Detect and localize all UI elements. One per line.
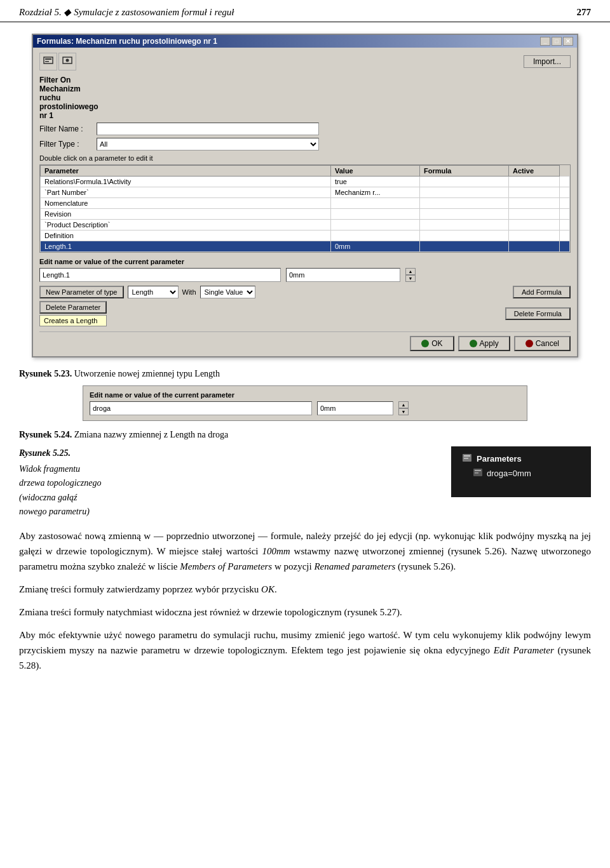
table-row[interactable]: `Product Description` xyxy=(41,220,570,230)
cell-active xyxy=(509,177,560,187)
table-row[interactable]: Definition xyxy=(41,230,570,241)
cell-formula xyxy=(420,198,509,209)
table-row[interactable]: `Part Number` Mechanizm r... xyxy=(41,187,570,198)
parameter-table: Parameter Value Formula Active Relations… xyxy=(40,165,570,252)
filter-name-input[interactable] xyxy=(97,123,319,135)
formulas-dialog: Formulas: Mechanizm ruchu prostolinioweg… xyxy=(32,34,578,357)
parameter-table-container: Parameter Value Formula Active Relations… xyxy=(39,164,571,253)
delete-param-area: Delete Parameter Creates a Length Delete… xyxy=(39,301,571,326)
edit-name-input[interactable] xyxy=(39,268,281,282)
svg-point-4 xyxy=(66,59,69,62)
svg-rect-9 xyxy=(475,470,481,471)
inline-edit-name-input[interactable] xyxy=(90,401,312,415)
filter-on-label: Filter On Mechanizm ruchu prostolinioweg… xyxy=(39,76,97,120)
minimize-button[interactable]: _ xyxy=(540,37,550,46)
value-spinner: ▲ ▼ xyxy=(405,268,416,282)
cell-value-selected: 0mm xyxy=(331,241,420,252)
inline-edit-row: ▲ ▼ xyxy=(90,401,520,415)
spinner-down[interactable]: ▼ xyxy=(405,275,416,282)
add-formula-button[interactable]: Add Formula xyxy=(513,286,571,298)
svg-rect-2 xyxy=(45,61,49,62)
cell-parameter: Revision xyxy=(41,209,331,220)
table-row[interactable]: Revision xyxy=(41,209,570,220)
cell-active xyxy=(509,187,560,198)
cell-active xyxy=(509,209,560,220)
tree-root: Parameters xyxy=(461,453,581,464)
edit-value-input[interactable] xyxy=(286,268,400,282)
delete-parameter-button[interactable]: Delete Parameter xyxy=(39,301,107,314)
cell-value xyxy=(331,230,420,241)
cell-value xyxy=(331,220,420,230)
ok-button[interactable]: OK xyxy=(410,336,454,351)
tree-subitem-label: droga=0mm xyxy=(487,469,531,478)
table-row[interactable]: Relations\Formula.1\Activity true xyxy=(41,177,570,187)
import-button[interactable]: Import... xyxy=(524,55,571,68)
figure-524-caption: Rysunek 5.24. Zmiana nazwy zmiennej z Le… xyxy=(19,430,591,440)
svg-rect-7 xyxy=(464,458,468,459)
param-with-select[interactable]: Single Value xyxy=(200,286,255,298)
apply-button[interactable]: Apply xyxy=(458,336,510,351)
svg-rect-6 xyxy=(464,455,470,457)
cancel-button[interactable]: Cancel xyxy=(514,336,571,351)
cell-parameter: `Product Description` xyxy=(41,220,331,230)
dialog-footer: OK Apply Cancel xyxy=(39,331,571,351)
figure-523-caption: Rysunek 5.23. Utworzenie nowej zmiennej … xyxy=(19,369,591,379)
maximize-button[interactable]: □ xyxy=(552,37,562,46)
table-row-selected[interactable]: Length.1 0mm xyxy=(41,241,570,252)
cell-active xyxy=(509,220,560,230)
toolbar-icon-1[interactable] xyxy=(39,53,57,70)
inline-spinner: ▲ ▼ xyxy=(398,401,409,415)
filter-name-label: Filter Name : xyxy=(39,124,97,133)
cell-value: Mechanizm r... xyxy=(331,187,420,198)
inline-spinner-down[interactable]: ▼ xyxy=(398,408,409,415)
cell-formula xyxy=(420,187,509,198)
filter-name-row: Filter Name : xyxy=(39,123,571,135)
cell-active xyxy=(509,198,560,209)
cell-value xyxy=(331,198,420,209)
inline-edit-value-input[interactable] xyxy=(317,401,393,415)
cell-value xyxy=(331,209,420,220)
cell-scroll xyxy=(560,230,570,241)
chapter-title: Rozdział 5. ◆ Symulacje z zastosowaniem … xyxy=(19,6,234,18)
page-number: 277 xyxy=(577,7,592,18)
table-row[interactable]: Nomenclature xyxy=(41,198,570,209)
cell-formula-selected xyxy=(420,241,509,252)
svg-rect-0 xyxy=(44,57,53,63)
spinner-up[interactable]: ▲ xyxy=(405,268,416,275)
cell-scroll xyxy=(560,209,570,220)
new-parameter-button[interactable]: New Parameter of type xyxy=(39,286,124,298)
cell-parameter: Nomenclature xyxy=(41,198,331,209)
toolbar-icon-2[interactable] xyxy=(58,53,76,70)
creates-tooltip: Creates a Length xyxy=(39,315,107,326)
filter-on-row: Filter On Mechanizm ruchu prostolinioweg… xyxy=(39,76,571,120)
cell-value: true xyxy=(331,177,420,187)
cell-scroll xyxy=(560,198,570,209)
inline-spinner-up[interactable]: ▲ xyxy=(398,401,409,408)
cell-parameter: `Part Number` xyxy=(41,187,331,198)
svg-rect-10 xyxy=(475,472,478,474)
col-active: Active xyxy=(509,166,560,177)
cell-formula xyxy=(420,220,509,230)
delete-formula-button[interactable]: Delete Formula xyxy=(505,307,571,320)
titlebar-buttons: _ □ ✕ xyxy=(540,37,573,46)
cell-scroll-selected xyxy=(560,241,570,252)
cell-scroll xyxy=(560,220,570,230)
cell-formula xyxy=(420,209,509,220)
svg-rect-1 xyxy=(45,58,51,60)
filter-type-row: Filter Type : All xyxy=(39,138,571,150)
ok-icon xyxy=(421,340,429,347)
cell-formula xyxy=(420,177,509,187)
new-param-area: New Parameter of type Length With Single… xyxy=(39,286,571,298)
tree-root-icon xyxy=(461,453,473,464)
close-button[interactable]: ✕ xyxy=(563,37,573,46)
figure-525-area: Rysunek 5.25. Widok fragmentudrzewa topo… xyxy=(19,446,591,519)
cell-parameter-selected: Length.1 xyxy=(41,241,331,252)
param-type-select[interactable]: Length xyxy=(128,286,179,298)
paragraph-3: Zmiana treści formuły natychmiast widocz… xyxy=(19,604,591,620)
col-parameter: Parameter xyxy=(41,166,331,177)
filter-type-label: Filter Type : xyxy=(39,140,97,149)
paragraph-1: Aby zastosować nową zmienną w — poprzedn… xyxy=(19,528,591,574)
filter-type-select[interactable]: All xyxy=(97,138,319,150)
col-value: Value xyxy=(331,166,420,177)
paragraph-4: Aby móc efektywnie użyć nowego parametru… xyxy=(19,627,591,673)
